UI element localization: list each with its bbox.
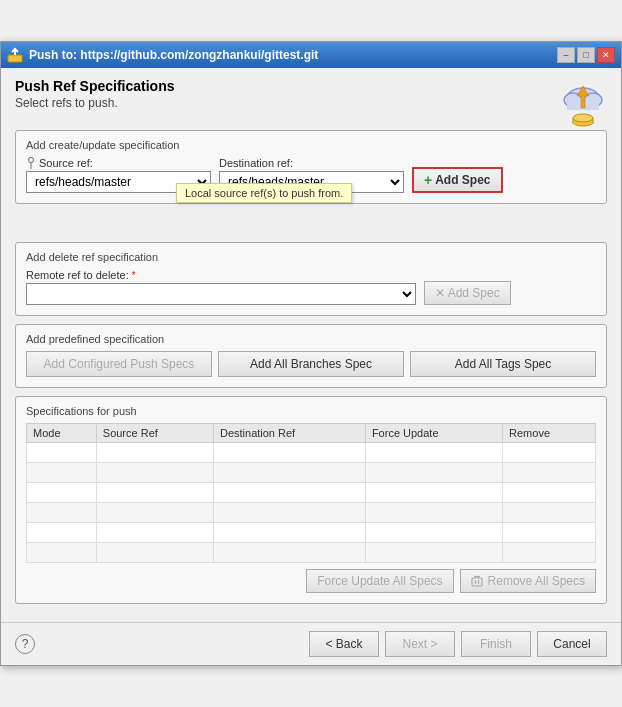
remote-ref-label: Remote ref to delete: * (26, 269, 416, 281)
bottom-bar: ? < Back Next > Finish Cancel (1, 622, 621, 665)
upload-icon-area (559, 80, 607, 130)
source-ref-label: Source ref: (26, 157, 211, 169)
branches-spec-label: Add All Branches Spec (250, 357, 372, 371)
delete-add-spec-button[interactable]: ✕ Add Spec (424, 281, 511, 305)
finish-label: Finish (480, 637, 512, 651)
col-remove: Remove (503, 424, 596, 443)
add-configured-push-specs-button[interactable]: Add Configured Push Specs (26, 351, 212, 377)
header-text: Push Ref Specifications Select refs to p… (15, 78, 174, 118)
delete-ref-label: Add delete ref specification (26, 251, 596, 263)
page-title: Push Ref Specifications (15, 78, 174, 94)
table-row (27, 443, 596, 463)
title-bar-buttons: – □ ✕ (557, 47, 615, 63)
tooltip: Local source ref(s) to push from. (176, 183, 352, 203)
create-update-label: Add create/update specification (26, 139, 596, 151)
specs-table-body (27, 443, 596, 563)
add-spec-plus-icon: + (424, 172, 432, 188)
help-button[interactable]: ? (15, 634, 35, 654)
minimize-button[interactable]: – (557, 47, 575, 63)
svg-point-10 (573, 114, 593, 122)
table-row (27, 463, 596, 483)
remove-all-label: Remove All Specs (488, 574, 585, 588)
col-mode: Mode (27, 424, 97, 443)
back-button[interactable]: < Back (309, 631, 379, 657)
next-label: Next > (402, 637, 437, 651)
dest-ref-label: Destination ref: (219, 157, 404, 169)
title-bar: Push to: https://github.com/zongzhankui/… (1, 42, 621, 68)
col-dest-ref: Destination Ref (213, 424, 365, 443)
delete-ref-section: Add delete ref specification Remote ref … (15, 242, 607, 316)
col-source-ref: Source Ref (96, 424, 213, 443)
table-row (27, 483, 596, 503)
close-button[interactable]: ✕ (597, 47, 615, 63)
cancel-button[interactable]: Cancel (537, 631, 607, 657)
predefined-label: Add predefined specification (26, 333, 596, 345)
title-bar-left: Push to: https://github.com/zongzhankui/… (7, 47, 318, 63)
remove-all-icon (471, 575, 483, 587)
window-title: Push to: https://github.com/zongzhankui/… (29, 48, 318, 62)
configured-push-label: Add Configured Push Specs (44, 357, 195, 371)
finish-button[interactable]: Finish (461, 631, 531, 657)
maximize-button[interactable]: □ (577, 47, 595, 63)
svg-rect-13 (472, 578, 482, 586)
delete-ref-form: Remote ref to delete: * ✕ Add Spec (26, 269, 596, 305)
add-spec-label: Add Spec (435, 173, 490, 187)
svg-point-11 (29, 158, 34, 163)
next-button[interactable]: Next > (385, 631, 455, 657)
push-title-icon (7, 47, 23, 63)
add-all-tags-spec-button[interactable]: Add All Tags Spec (410, 351, 596, 377)
back-label: < Back (325, 637, 362, 651)
force-update-label: Force Update All Specs (317, 574, 442, 588)
table-row (27, 523, 596, 543)
cancel-label: Cancel (553, 637, 590, 651)
table-row (27, 543, 596, 563)
create-update-section: Add create/update specification Source r… (15, 130, 607, 204)
specs-section: Specifications for push Mode Source Ref … (15, 396, 607, 604)
specs-section-label: Specifications for push (26, 405, 596, 417)
remote-ref-select[interactable] (26, 283, 416, 305)
predefined-buttons-row: Add Configured Push Specs Add All Branch… (26, 351, 596, 377)
table-row (27, 503, 596, 523)
header-row: Push Ref Specifications Select refs to p… (15, 78, 607, 130)
predefined-section: Add predefined specification Add Configu… (15, 324, 607, 388)
remove-all-specs-button[interactable]: Remove All Specs (460, 569, 596, 593)
add-spec-button[interactable]: + Add Spec (412, 167, 503, 193)
add-all-branches-spec-button[interactable]: Add All Branches Spec (218, 351, 404, 377)
remote-ref-group: Remote ref to delete: * (26, 269, 416, 305)
specs-table: Mode Source Ref Destination Ref Force Up… (26, 423, 596, 563)
page-subtitle: Select refs to push. (15, 96, 174, 110)
source-ref-icon (26, 157, 36, 169)
specs-table-header: Mode Source Ref Destination Ref Force Up… (27, 424, 596, 443)
tags-spec-label: Add All Tags Spec (455, 357, 552, 371)
specs-header-row: Mode Source Ref Destination Ref Force Up… (27, 424, 596, 443)
required-star: * (132, 270, 136, 281)
force-update-all-specs-button[interactable]: Force Update All Specs (306, 569, 453, 593)
col-force-update: Force Update (365, 424, 502, 443)
delete-add-spec-label: ✕ Add Spec (435, 286, 500, 300)
specs-actions: Force Update All Specs Remove All Specs (26, 569, 596, 593)
main-window: Push to: https://github.com/zongzhankui/… (0, 41, 622, 666)
cloud-upload-icon (559, 80, 607, 130)
svg-rect-0 (8, 55, 22, 62)
window-body: Push Ref Specifications Select refs to p… (1, 68, 621, 622)
bottom-buttons: < Back Next > Finish Cancel (309, 631, 607, 657)
